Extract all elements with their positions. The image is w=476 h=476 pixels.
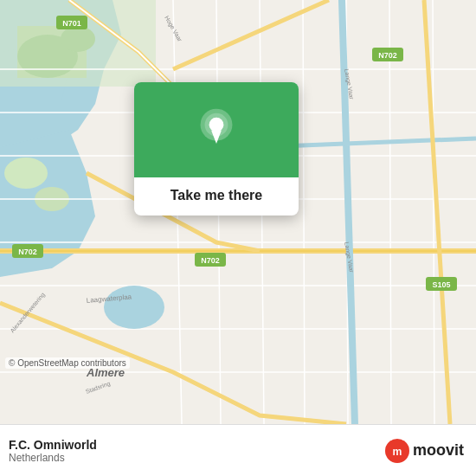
svg-text:N702: N702 [378, 51, 397, 60]
popup-green-area [134, 82, 299, 177]
svg-text:N702: N702 [201, 256, 220, 265]
svg-text:N702: N702 [18, 248, 37, 256]
moovit-logo: m moovit [385, 439, 464, 463]
popup-card[interactable]: Take me there [134, 82, 299, 215]
map-container: N701 N702 N702 N702 S105 Almere Laagwate… [0, 0, 476, 424]
footer-info: F.C. Omniworld Netherlands [9, 438, 97, 464]
svg-point-4 [61, 26, 95, 52]
svg-text:m: m [393, 446, 402, 458]
moovit-brand-text: moovit [413, 441, 464, 460]
footer: F.C. Omniworld Netherlands m moovit [0, 424, 476, 476]
svg-text:S105: S105 [432, 280, 450, 289]
place-subtitle: Netherlands [9, 452, 97, 464]
place-title: F.C. Omniworld [9, 438, 97, 452]
moovit-icon: m [385, 439, 409, 463]
map-attribution: © OpenStreetMap contributors [5, 357, 130, 369]
n701-label: N701 [62, 19, 81, 28]
location-pin-icon [194, 107, 239, 152]
svg-point-5 [4, 158, 48, 189]
take-me-there-button[interactable]: Take me there [134, 177, 299, 215]
svg-point-22 [104, 286, 164, 329]
svg-point-43 [209, 118, 224, 132]
